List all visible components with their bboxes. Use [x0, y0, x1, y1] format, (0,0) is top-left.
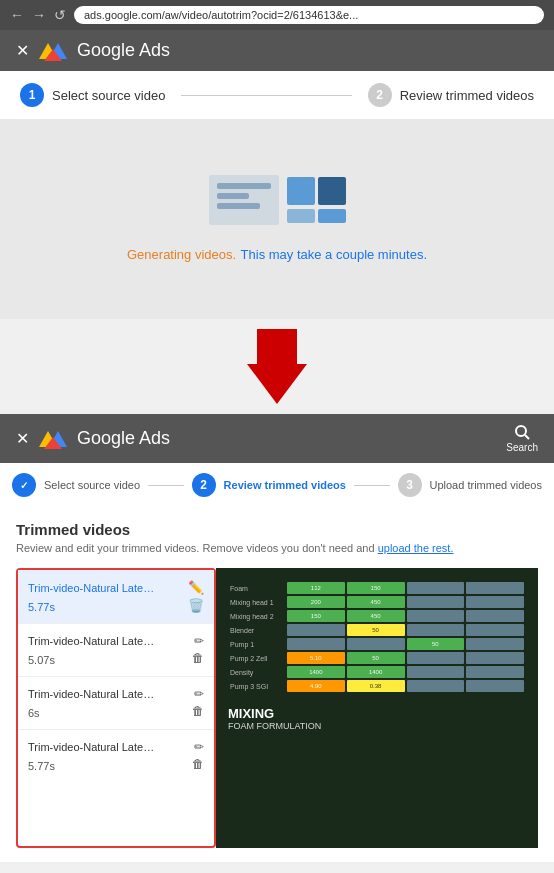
- search-button[interactable]: Search: [506, 424, 538, 453]
- dt-cell: 50: [347, 652, 405, 664]
- generating-text: Generating videos.: [127, 247, 236, 262]
- edit-icon-2[interactable]: ✏: [194, 634, 204, 648]
- dt-cell: [407, 666, 465, 678]
- dt-cell: 150: [347, 582, 405, 594]
- dt-cell: 112: [287, 582, 345, 594]
- thumb-sq-med: [318, 209, 346, 223]
- thumb-line-1: [217, 183, 271, 189]
- trimmed-layout: Trim-video-Natural Latex Mattre... ✏️ 5.…: [16, 568, 538, 848]
- bottom-step-1: ✓ Select source video: [12, 473, 140, 497]
- dt-label-mh2: Mixing head 2: [230, 613, 285, 620]
- video-duration-row-3: 6s 🗑: [28, 703, 204, 719]
- dt-cell: [407, 582, 465, 594]
- dt-row-pump1: Pump 1 50: [230, 638, 524, 650]
- list-item[interactable]: Trim-video-Natural Latex Mattre... ✏ 5.0…: [18, 624, 214, 677]
- video-name-3: Trim-video-Natural Latex Mattre...: [28, 688, 158, 700]
- step-1: 1 Select source video: [20, 83, 165, 107]
- upload-link[interactable]: upload the rest.: [378, 542, 454, 554]
- bottom-ga-header: ✕ Google Ads Search: [0, 414, 554, 463]
- svg-point-0: [516, 426, 526, 436]
- dt-cell: [466, 680, 524, 692]
- back-button[interactable]: ←: [10, 7, 24, 23]
- delete-icon-1[interactable]: 🗑️: [188, 598, 204, 613]
- dt-cell: [466, 666, 524, 678]
- url-bar[interactable]: ads.google.com/aw/video/autotrim?ocid=2/…: [74, 6, 544, 24]
- refresh-button[interactable]: ↺: [54, 7, 66, 23]
- bottom-steps-bar: ✓ Select source video 2 Review trimmed v…: [0, 463, 554, 507]
- video-name-2: Trim-video-Natural Latex Mattre...: [28, 635, 158, 647]
- red-arrow-group: [247, 329, 307, 404]
- dt-row-foam: Foam 112 150: [230, 582, 524, 594]
- dt-cell: 450: [347, 596, 405, 608]
- top-ga-header: ✕ Google Ads: [0, 30, 554, 71]
- delete-icon-2[interactable]: 🗑: [192, 651, 204, 665]
- browser-bar: ← → ↺ ads.google.com/aw/video/autotrim?o…: [0, 0, 554, 30]
- dt-label-density: Density: [230, 669, 285, 676]
- bottom-step-1-label: Select source video: [44, 479, 140, 491]
- dt-row-pump3: Pump 3 SGI 4.90 0.38: [230, 680, 524, 692]
- video-item-row-2: Trim-video-Natural Latex Mattre... ✏: [28, 634, 204, 648]
- dt-label-blender: Blender: [230, 627, 285, 634]
- bottom-app-title: Google Ads: [77, 428, 170, 449]
- dt-cell: [347, 638, 405, 650]
- delete-icon-3[interactable]: 🗑: [192, 704, 204, 718]
- edit-icon-4[interactable]: ✏: [194, 740, 204, 754]
- bottom-ga-logo: [39, 429, 67, 449]
- section-subtitle: Review and edit your trimmed videos. Rem…: [16, 542, 538, 554]
- dt-cell: [407, 680, 465, 692]
- video-overlay: MIXING FOAM FORMULATION: [222, 702, 532, 735]
- arrow-shaft: [257, 329, 297, 364]
- step-1-circle: 1: [20, 83, 44, 107]
- generating-message: Generating videos. This may take a coupl…: [127, 245, 427, 263]
- video-duration-4: 5.77s: [28, 760, 55, 772]
- bottom-close-button[interactable]: ✕: [16, 429, 29, 448]
- delete-icon-4[interactable]: 🗑: [192, 757, 204, 771]
- dt-label-pump2: Pump 2 Zell: [230, 655, 285, 662]
- dt-cell: [466, 652, 524, 664]
- bottom-step-3-circle: 3: [398, 473, 422, 497]
- forward-button[interactable]: →: [32, 7, 46, 23]
- bottom-step-2-circle: 2: [192, 473, 216, 497]
- dt-row-mh1: Mixing head 1 200 450: [230, 596, 524, 608]
- video-name-4: Trim-video-Natural Latex Mattre...: [28, 741, 158, 753]
- step-2-label: Review trimmed videos: [400, 88, 534, 103]
- video-list: Trim-video-Natural Latex Mattre... ✏️ 5.…: [16, 568, 216, 848]
- bottom-step-3-label: Upload trimmed videos: [430, 479, 543, 491]
- dt-cell: 50: [347, 624, 405, 636]
- edit-icon-1[interactable]: ✏️: [188, 580, 204, 595]
- bottom-step-2: 2 Review trimmed videos: [192, 473, 346, 497]
- dt-row-mh2: Mixing head 2 150 450: [230, 610, 524, 622]
- dt-cell: [466, 582, 524, 594]
- dt-cell: 50: [407, 638, 465, 650]
- video-duration-1: 5.77s: [28, 601, 55, 613]
- top-steps-bar: 1 Select source video 2 Review trimmed v…: [0, 71, 554, 119]
- foam-subtitle: FOAM FORMULATION: [228, 721, 526, 731]
- preview-content: Foam 112 150 Mixing head 1 200 450: [216, 568, 538, 848]
- edit-icon-3[interactable]: ✏: [194, 687, 204, 701]
- list-item[interactable]: Trim-video-Natural Latex Mattre... ✏ 5.7…: [18, 730, 214, 782]
- svg-line-1: [525, 435, 529, 439]
- video-duration-row-1: 5.77s 🗑️: [28, 597, 204, 613]
- search-label: Search: [506, 442, 538, 453]
- video-duration-3: 6s: [28, 707, 40, 719]
- thumbnail-right-group: [287, 177, 346, 223]
- dt-label-pump3: Pump 3 SGI: [230, 683, 285, 690]
- video-item-row-1: Trim-video-Natural Latex Mattre... ✏️: [28, 580, 204, 595]
- video-preview: Foam 112 150 Mixing head 1 200 450: [216, 568, 538, 848]
- thumb-right-bottom: [287, 209, 346, 223]
- step-line: [181, 95, 351, 96]
- list-item[interactable]: Trim-video-Natural Latex Mattre... ✏ 6s …: [18, 677, 214, 730]
- video-name-1: Trim-video-Natural Latex Mattre...: [28, 582, 158, 594]
- step-2: 2 Review trimmed videos: [368, 83, 534, 107]
- dt-cell: [407, 652, 465, 664]
- list-item[interactable]: Trim-video-Natural Latex Mattre... ✏️ 5.…: [18, 570, 214, 624]
- generating-subtext: This may take a couple minutes.: [241, 247, 427, 262]
- ga-logo: [39, 41, 67, 61]
- dt-cell: 5.10: [287, 652, 345, 664]
- top-close-button[interactable]: ✕: [16, 41, 29, 60]
- dt-cell: [466, 638, 524, 650]
- thumb-right-top: [287, 177, 346, 205]
- bottom-step-line-2: [354, 485, 390, 486]
- video-generation-area: Generating videos. This may take a coupl…: [0, 119, 554, 319]
- arrow-head: [247, 364, 307, 404]
